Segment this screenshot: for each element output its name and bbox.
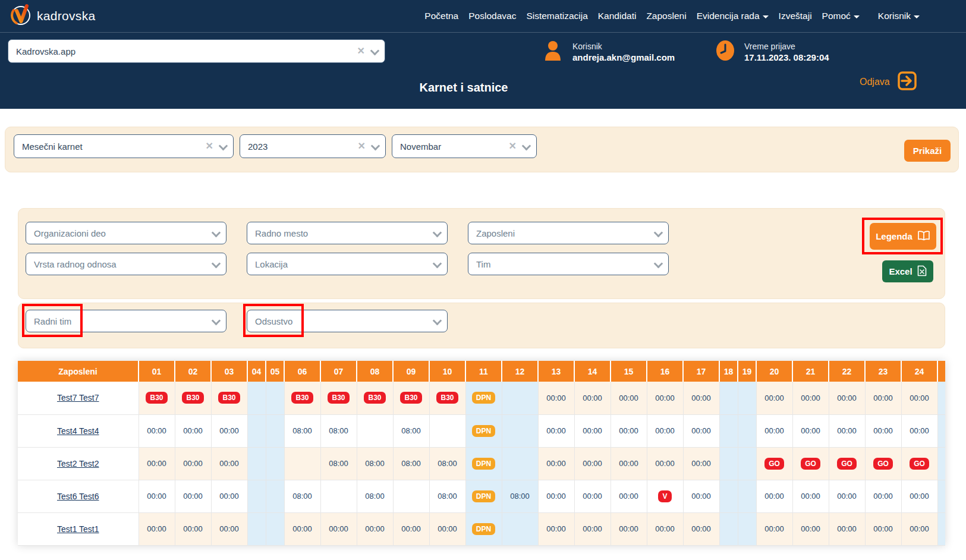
day-cell[interactable]: B30 [139,382,175,414]
day-cell[interactable]: 00:00 [683,480,719,512]
employee-link[interactable]: Test4 Test4 [57,426,99,436]
day-cell[interactable]: 00:00 [901,512,937,545]
day-cell[interactable]: B30 [393,382,429,414]
day-cell[interactable]: 08:00 [284,480,320,512]
day-cell[interactable] [738,512,756,545]
nav-item-korisnik[interactable]: Korisnik [878,11,920,21]
chevron-down-icon[interactable] [219,143,227,150]
month-select[interactable]: Novembar ✕ [392,134,537,158]
day-cell[interactable]: DPN [465,512,502,545]
day-cell[interactable] [719,512,738,545]
day-cell[interactable] [738,414,756,447]
day-cell[interactable] [937,480,945,512]
day-cell[interactable]: 00:00 [139,414,175,447]
day-cell[interactable]: 08:00 [320,447,357,480]
day-cell[interactable]: 00:00 [865,512,901,545]
day-cell[interactable]: 00:00 [211,447,247,480]
day-cell[interactable]: 00:00 [538,480,574,512]
employee-link[interactable]: Test7 Test7 [57,393,99,402]
employee-link[interactable]: Test6 Test6 [57,492,99,501]
day-cell[interactable]: 00:00 [683,447,719,480]
radni-tim-select[interactable]: Radni tim [26,310,226,332]
day-cell[interactable]: 00:00 [611,480,647,512]
day-cell[interactable]: 00:00 [901,382,937,414]
day-cell[interactable] [357,414,393,447]
nav-item-kandidati[interactable]: Kandidati [598,11,637,21]
day-cell[interactable]: 00:00 [683,414,719,447]
clear-icon[interactable]: ✕ [206,141,213,151]
app-select[interactable]: Kadrovska.app ✕ [8,39,385,63]
chevron-down-icon[interactable] [522,143,530,150]
day-cell[interactable]: B30 [429,382,465,414]
day-cell[interactable]: 00:00 [829,512,865,545]
day-cell[interactable]: 00:00 [901,480,937,512]
day-cell[interactable] [738,382,756,414]
day-cell[interactable]: V [647,480,683,512]
day-cell[interactable]: 00:00 [574,447,611,480]
day-cell[interactable]: 00:00 [611,512,647,545]
day-cell[interactable]: 08:00 [393,414,429,447]
day-cell[interactable]: 00:00 [829,382,865,414]
nav-item-poslodavac[interactable]: Poslodavac [468,11,516,21]
day-cell[interactable] [429,414,465,447]
day-cell[interactable]: 00:00 [429,512,465,545]
day-cell[interactable] [502,382,538,414]
day-cell[interactable] [502,447,538,480]
day-cell[interactable]: 00:00 [211,512,247,545]
tim-select[interactable]: Tim [468,253,669,275]
chevron-down-icon[interactable] [433,260,441,268]
day-cell[interactable]: 00:00 [538,382,574,414]
employee-link[interactable]: Test2 Test2 [57,459,99,468]
day-cell[interactable] [937,382,945,414]
clear-icon[interactable]: ✕ [509,141,517,151]
nav-item-evidencija-rada[interactable]: Evidencija rada [697,11,769,21]
day-cell[interactable]: 00:00 [320,512,357,545]
day-cell[interactable]: 00:00 [574,382,611,414]
chevron-down-icon[interactable] [433,229,441,237]
day-cell[interactable] [719,480,738,512]
day-cell[interactable]: 00:00 [647,512,683,545]
day-cell[interactable] [247,512,266,545]
day-cell[interactable]: 00:00 [538,414,574,447]
lokacija-select[interactable]: Lokacija [247,253,448,275]
day-cell[interactable] [738,447,756,480]
day-cell[interactable] [738,480,756,512]
day-cell[interactable] [937,414,945,447]
day-cell[interactable]: GO [756,447,792,480]
day-cell[interactable]: 00:00 [865,480,901,512]
day-cell[interactable]: 00:00 [683,512,719,545]
day-cell[interactable]: GO [865,447,901,480]
odsustvo-select[interactable]: Odsustvo [247,310,448,332]
day-cell[interactable]: 00:00 [865,382,901,414]
vrsta-radnog-odnosa-select[interactable]: Vrsta radnog odnosa [26,253,226,275]
day-cell[interactable]: 00:00 [284,512,320,545]
day-cell[interactable]: 00:00 [211,480,247,512]
day-cell[interactable]: 00:00 [792,480,829,512]
chevron-down-icon[interactable] [212,317,220,325]
day-cell[interactable]: 00:00 [357,512,393,545]
brand[interactable]: kadrovska [0,3,95,29]
chevron-down-icon[interactable] [212,229,220,237]
clear-icon[interactable]: ✕ [358,141,366,151]
day-cell[interactable]: 08:00 [284,414,320,447]
day-cell[interactable]: B30 [357,382,393,414]
nav-item-pomo-[interactable]: Pomoć [822,11,860,21]
day-cell[interactable]: 08:00 [393,447,429,480]
day-cell[interactable]: 00:00 [756,414,792,447]
day-cell[interactable] [247,480,266,512]
day-cell[interactable] [284,447,320,480]
show-button[interactable]: Prikaži [904,140,951,162]
day-cell[interactable]: 00:00 [139,480,175,512]
day-cell[interactable]: 00:00 [683,382,719,414]
day-cell[interactable]: 00:00 [175,414,211,447]
day-cell[interactable]: DPN [465,447,502,480]
day-cell[interactable] [266,480,284,512]
day-cell[interactable]: 08:00 [357,447,393,480]
day-cell[interactable]: 00:00 [538,447,574,480]
nav-item-po-etna[interactable]: Početna [424,11,458,21]
day-cell[interactable]: 08:00 [320,414,357,447]
day-cell[interactable]: DPN [465,414,502,447]
day-cell[interactable] [719,414,738,447]
day-cell[interactable]: 00:00 [139,447,175,480]
day-cell[interactable] [937,447,945,480]
